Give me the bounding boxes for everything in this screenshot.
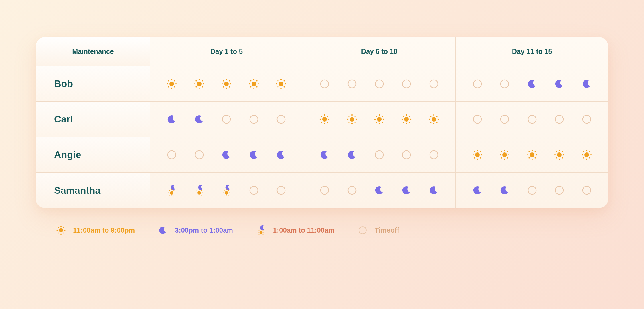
sun-icon[interactable] <box>275 78 287 90</box>
svg-point-142 <box>554 154 556 155</box>
sun-icon[interactable] <box>499 149 510 161</box>
sun-icon[interactable] <box>581 149 592 161</box>
svg-point-92 <box>438 118 439 120</box>
circle-icon[interactable] <box>248 185 260 196</box>
sun-icon[interactable] <box>346 114 358 125</box>
svg-point-161 <box>169 190 170 191</box>
sun-moon-icon[interactable] <box>166 185 177 196</box>
circle-icon[interactable] <box>319 185 330 196</box>
schedule-row: Angie <box>36 137 608 173</box>
circle-icon[interactable] <box>581 185 592 196</box>
circle-icon[interactable] <box>346 78 358 90</box>
svg-point-52 <box>222 115 230 123</box>
circle-icon[interactable] <box>554 114 565 125</box>
moon-icon[interactable] <box>275 149 287 161</box>
moon-icon[interactable] <box>374 185 385 196</box>
moon-icon[interactable] <box>319 149 330 161</box>
svg-point-181 <box>228 190 229 191</box>
circle-icon[interactable] <box>401 149 412 161</box>
svg-point-184 <box>321 186 329 194</box>
svg-point-0 <box>169 82 174 86</box>
svg-point-57 <box>327 122 328 123</box>
moon-icon[interactable] <box>499 185 510 196</box>
moon-icon[interactable] <box>554 78 565 90</box>
circle-icon[interactable] <box>248 114 260 125</box>
period-group <box>150 137 303 172</box>
svg-point-28 <box>258 83 259 84</box>
svg-point-173 <box>225 191 228 195</box>
circle-icon[interactable] <box>526 185 538 196</box>
circle-icon[interactable] <box>499 114 510 125</box>
sun-moon-icon[interactable] <box>193 185 205 196</box>
svg-point-131 <box>531 158 532 159</box>
svg-point-160 <box>168 192 169 193</box>
legend-item-night: 1:00am to 11:00am <box>256 225 335 235</box>
sun-icon[interactable] <box>319 114 330 125</box>
circle-icon[interactable] <box>193 149 205 161</box>
circle-icon[interactable] <box>472 78 483 90</box>
sun-icon[interactable] <box>554 149 565 161</box>
circle-icon[interactable] <box>319 78 330 90</box>
svg-point-199 <box>263 232 264 233</box>
sun-icon <box>56 225 66 235</box>
svg-point-88 <box>403 116 404 117</box>
svg-point-47 <box>375 80 383 88</box>
svg-point-80 <box>379 114 380 115</box>
header-row: Maintenance Day 1 to 5 Day 6 to 10 Day 1… <box>36 37 608 66</box>
moon-icon[interactable] <box>428 185 440 196</box>
circle-icon[interactable] <box>374 149 385 161</box>
period-header-2: Day 6 to 10 <box>303 37 456 66</box>
sun-icon[interactable] <box>428 114 440 125</box>
circle-icon[interactable] <box>554 185 565 196</box>
svg-point-79 <box>376 116 377 117</box>
svg-point-193 <box>58 233 59 234</box>
moon-icon[interactable] <box>401 185 412 196</box>
svg-point-89 <box>406 114 407 115</box>
period-group <box>150 173 303 208</box>
moon-icon[interactable] <box>581 78 592 90</box>
sun-icon[interactable] <box>401 114 412 125</box>
circle-icon[interactable] <box>166 149 177 161</box>
moon-icon[interactable] <box>248 149 260 161</box>
circle-icon[interactable] <box>581 114 592 125</box>
circle-icon[interactable] <box>526 114 538 125</box>
moon-icon[interactable] <box>472 185 483 196</box>
svg-point-177 <box>224 195 225 195</box>
svg-point-15 <box>195 80 197 81</box>
circle-icon[interactable] <box>428 78 440 90</box>
period-group <box>303 66 456 101</box>
svg-point-33 <box>250 80 251 81</box>
moon-icon[interactable] <box>193 114 205 125</box>
circle-icon[interactable] <box>346 185 358 196</box>
svg-point-55 <box>322 117 327 122</box>
sun-icon[interactable] <box>248 78 260 90</box>
svg-point-110 <box>475 152 480 157</box>
sun-icon[interactable] <box>472 149 483 161</box>
moon-icon[interactable] <box>346 149 358 161</box>
moon-icon[interactable] <box>221 149 232 161</box>
sun-icon[interactable] <box>374 114 385 125</box>
circle-icon[interactable] <box>472 114 483 125</box>
circle-icon[interactable] <box>275 114 287 125</box>
circle-icon[interactable] <box>499 78 510 90</box>
moon-icon[interactable] <box>166 114 177 125</box>
moon-icon <box>158 225 168 235</box>
sun-icon[interactable] <box>166 78 177 90</box>
svg-point-116 <box>474 151 475 152</box>
circle-icon[interactable] <box>374 78 385 90</box>
sun-moon-icon[interactable] <box>221 185 232 196</box>
svg-point-105 <box>168 151 176 159</box>
svg-point-113 <box>477 158 478 159</box>
svg-point-144 <box>559 150 560 151</box>
svg-point-97 <box>430 116 431 117</box>
circle-icon[interactable] <box>221 114 232 125</box>
moon-icon[interactable] <box>526 78 538 90</box>
circle-icon[interactable] <box>275 185 287 196</box>
sun-icon[interactable] <box>221 78 232 90</box>
svg-point-7 <box>171 79 172 80</box>
circle-icon[interactable] <box>401 78 412 90</box>
circle-icon[interactable] <box>428 149 440 161</box>
svg-point-34 <box>253 79 254 80</box>
sun-icon[interactable] <box>526 149 538 161</box>
sun-icon[interactable] <box>193 78 205 90</box>
